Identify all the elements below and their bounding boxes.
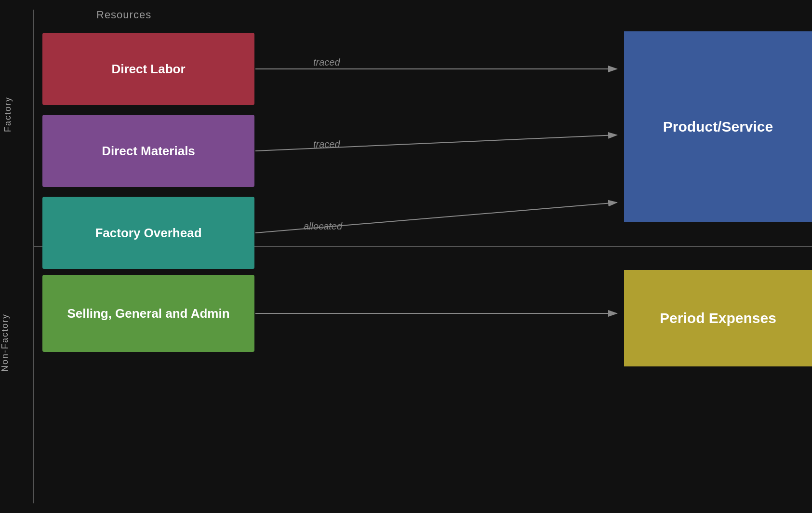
direct-labor-label: Direct Labor	[106, 57, 190, 81]
non-factory-label: Non-Factory	[0, 313, 10, 372]
factory-overhead-label: Factory Overhead	[90, 221, 206, 245]
product-service-label: Product/Service	[663, 119, 773, 135]
product-service-box: Product/Service	[624, 31, 812, 222]
traced-label-2: traced	[313, 139, 340, 150]
main-container: Resources Factory Non-Factory Direct Lab…	[0, 0, 812, 513]
traced-label-1: traced	[313, 57, 340, 68]
vertical-divider	[33, 10, 34, 503]
direct-materials-box: Direct Materials	[42, 115, 254, 187]
period-expenses-box: Period Expenses	[624, 270, 812, 366]
period-expenses-label: Period Expenses	[660, 310, 776, 326]
factory-overhead-box: Factory Overhead	[42, 197, 254, 269]
direct-materials-label: Direct Materials	[97, 139, 200, 163]
allocated-label: allocated	[304, 221, 342, 232]
resources-label: Resources	[96, 9, 151, 21]
factory-label: Factory	[3, 96, 13, 132]
direct-labor-box: Direct Labor	[42, 33, 254, 105]
svg-line-2	[255, 135, 617, 151]
selling-general-label: Selling, General and Admin	[62, 301, 234, 326]
selling-general-box: Selling, General and Admin	[42, 275, 254, 352]
